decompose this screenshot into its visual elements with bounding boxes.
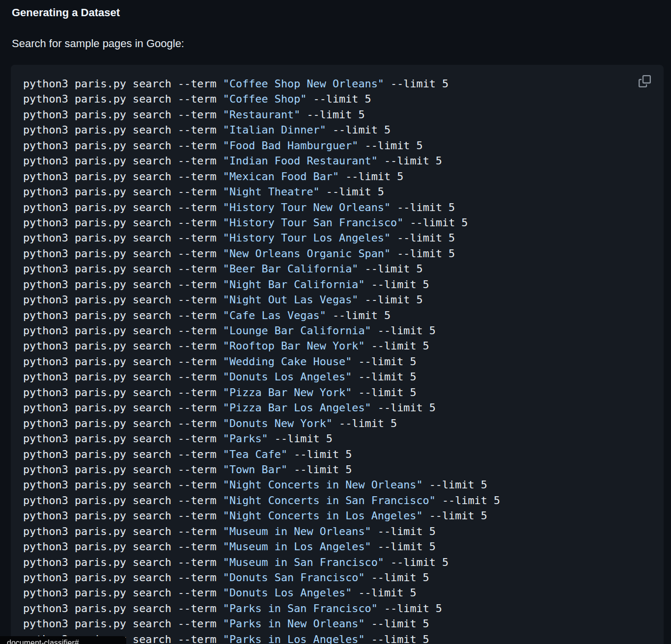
command-prefix: python3 paris.py search --term bbox=[23, 448, 223, 460]
command-suffix: --limit 5 bbox=[371, 324, 436, 337]
code-line: python3 paris.py search --term "Donuts N… bbox=[23, 416, 650, 431]
command-suffix: --limit 5 bbox=[378, 155, 442, 167]
search-term: "Coffee Shop New Orleans" bbox=[223, 78, 384, 90]
command-prefix: python3 paris.py search --term bbox=[23, 201, 223, 214]
search-term: "Pizza Bar Los Angeles" bbox=[223, 402, 371, 414]
copy-button[interactable] bbox=[638, 74, 651, 88]
code-line: python3 paris.py search --term "Cafe Las… bbox=[23, 308, 650, 323]
search-term: "Night Bar California" bbox=[223, 278, 365, 291]
code-line: python3 paris.py search --term "Lounge B… bbox=[23, 323, 650, 338]
code-line: python3 paris.py search --term "Parks in… bbox=[23, 601, 650, 616]
content-area: Generating a Dataset Search for sample p… bbox=[0, 0, 671, 644]
command-prefix: python3 paris.py search --term bbox=[23, 510, 223, 522]
search-term: "Night Out Las Vegas" bbox=[223, 294, 359, 306]
code-line: python3 paris.py search --term "Night Th… bbox=[23, 184, 650, 199]
command-prefix: python3 paris.py search --term bbox=[23, 571, 223, 584]
command-suffix: --limit 5 bbox=[423, 479, 487, 491]
code-line: python3 paris.py search --term "Museum i… bbox=[23, 555, 650, 570]
search-term: "Donuts Los Angeles" bbox=[223, 371, 352, 383]
code-line: python3 paris.py search --term "Pizza Ba… bbox=[23, 400, 650, 415]
code-line: python3 paris.py search --term "Town Bar… bbox=[23, 462, 650, 477]
search-term: "Donuts San Francisco" bbox=[223, 571, 365, 584]
code-line: python3 paris.py search --term "Mexican … bbox=[23, 169, 650, 184]
search-term: "Tea Cafe" bbox=[223, 448, 287, 460]
page-title: Generating a Dataset bbox=[12, 0, 664, 19]
command-prefix: python3 paris.py search --term bbox=[23, 309, 223, 322]
code-line: python3 paris.py search --term "Beer Bar… bbox=[23, 261, 650, 276]
command-prefix: python3 paris.py search --term bbox=[23, 93, 223, 105]
command-prefix: python3 paris.py search --term bbox=[23, 324, 223, 337]
command-suffix: --limit 5 bbox=[352, 386, 416, 399]
command-prefix: python3 paris.py search --term bbox=[23, 247, 223, 260]
code-line: python3 paris.py search --term "History … bbox=[23, 230, 650, 245]
search-term: "Night Theatre" bbox=[223, 186, 320, 198]
search-term: "Restaurant" bbox=[223, 108, 300, 121]
code-line: python3 paris.py search --term "Restaura… bbox=[23, 107, 650, 122]
command-suffix: --limit 5 bbox=[320, 186, 384, 198]
command-suffix: --limit 5 bbox=[358, 139, 422, 152]
code-line: python3 paris.py search --term "History … bbox=[23, 215, 650, 230]
command-suffix: --limit 5 bbox=[339, 170, 403, 183]
code-line: python3 paris.py search --term "Coffee S… bbox=[23, 91, 650, 107]
command-suffix: --limit 5 bbox=[384, 78, 448, 90]
code-line: python3 paris.py search --term "Night Ba… bbox=[23, 277, 650, 292]
search-term: "New Orleans Organic Span" bbox=[223, 247, 391, 260]
command-suffix: --limit 5 bbox=[391, 201, 455, 214]
command-prefix: python3 paris.py search --term bbox=[23, 587, 223, 599]
search-term: "Mexican Food Bar" bbox=[223, 170, 339, 183]
command-prefix: python3 paris.py search --term bbox=[23, 371, 223, 383]
command-suffix: --limit 5 bbox=[436, 494, 500, 507]
command-prefix: python3 paris.py search --term bbox=[23, 479, 223, 491]
command-suffix: --limit 5 bbox=[365, 340, 429, 352]
search-term: "Parks in San Francisco" bbox=[223, 602, 378, 615]
code-lines: python3 paris.py search --term "Coffee S… bbox=[23, 76, 650, 644]
search-term: "History Tour New Orleans" bbox=[223, 201, 391, 214]
search-term: "Parks in New Orleans" bbox=[223, 617, 365, 630]
code-line: python3 paris.py search --term "Night Ou… bbox=[23, 292, 650, 307]
code-line: python3 paris.py search --term "Night Co… bbox=[23, 477, 650, 492]
command-prefix: python3 paris.py search --term bbox=[23, 186, 223, 198]
code-line: python3 paris.py search --term "Night Co… bbox=[23, 493, 650, 508]
command-prefix: python3 paris.py search --term bbox=[23, 170, 223, 183]
command-prefix: python3 paris.py search --term bbox=[23, 139, 223, 152]
command-suffix: --limit 5 bbox=[365, 633, 429, 644]
code-line: python3 paris.py search --term "Wedding … bbox=[23, 354, 650, 369]
search-term: "History Tour Los Angeles" bbox=[223, 232, 391, 244]
command-suffix: --limit 5 bbox=[371, 540, 436, 553]
command-suffix: --limit 5 bbox=[365, 278, 429, 291]
status-tooltip-text: document-classifier# bbox=[0, 636, 126, 644]
code-content: python3 paris.py search --term "Coffee S… bbox=[11, 65, 664, 644]
search-term: "Donuts Los Angeles" bbox=[223, 587, 352, 599]
code-line: python3 paris.py search --term "Coffee S… bbox=[23, 76, 650, 91]
command-prefix: python3 paris.py search --term bbox=[23, 463, 223, 476]
search-term: "Coffee Shop" bbox=[223, 93, 307, 105]
command-prefix: python3 paris.py search --term bbox=[23, 294, 223, 306]
command-suffix: --limit 5 bbox=[352, 587, 416, 599]
search-term: "Rooftop Bar New York" bbox=[223, 340, 365, 352]
command-prefix: python3 paris.py search --term bbox=[23, 78, 223, 90]
command-suffix: --limit 5 bbox=[391, 247, 455, 260]
search-term: "Indian Food Restaurant" bbox=[223, 155, 378, 167]
command-prefix: python3 paris.py search --term bbox=[23, 540, 223, 553]
search-term: "Lounge Bar California" bbox=[223, 324, 371, 337]
command-suffix: --limit 5 bbox=[371, 525, 436, 537]
copy-icon bbox=[639, 75, 651, 87]
command-prefix: python3 paris.py search --term bbox=[23, 263, 223, 275]
command-suffix: --limit 5 bbox=[423, 510, 487, 522]
command-prefix: python3 paris.py search --term bbox=[23, 278, 223, 291]
command-suffix: --limit 5 bbox=[352, 371, 416, 383]
command-suffix: --limit 5 bbox=[333, 417, 397, 429]
command-prefix: python3 paris.py search --term bbox=[23, 602, 223, 615]
command-prefix: python3 paris.py search --term bbox=[23, 617, 223, 630]
search-term: "History Tour San Francisco" bbox=[223, 216, 403, 229]
command-suffix: --limit 5 bbox=[287, 463, 352, 476]
code-line: python3 paris.py search --term "Donuts L… bbox=[23, 585, 650, 600]
search-term: "Parks" bbox=[223, 432, 268, 445]
search-term: "Wedding Cake House" bbox=[223, 355, 352, 368]
search-term: "Italian Dinner" bbox=[223, 124, 326, 136]
command-suffix: --limit 5 bbox=[391, 232, 455, 244]
code-line: python3 paris.py search --term "Donuts S… bbox=[23, 570, 650, 585]
command-suffix: --limit 5 bbox=[307, 93, 371, 105]
command-suffix: --limit 5 bbox=[326, 124, 391, 136]
code-line: python3 paris.py search --term "Parks" -… bbox=[23, 431, 650, 446]
